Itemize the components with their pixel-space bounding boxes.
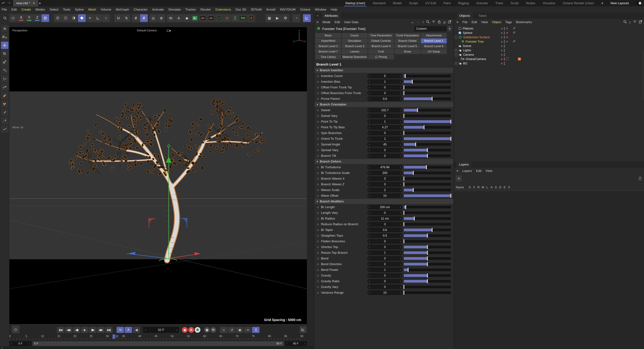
slider-handle[interactable] (412, 80, 413, 84)
param-spinner[interactable]: ‹2› (367, 188, 402, 192)
snap-magnet[interactable] (114, 14, 122, 22)
slider-handle[interactable] (405, 205, 406, 209)
slider-handle[interactable] (415, 142, 416, 146)
param-spinner[interactable]: ‹0› (367, 85, 402, 90)
attr-tab-tree-library[interactable]: Tree Library (315, 54, 341, 59)
menu-tools[interactable]: Tools (63, 8, 70, 12)
trash-icon[interactable] (638, 176, 643, 182)
param-slider[interactable] (404, 228, 451, 231)
layer-tag-icon[interactable] (513, 32, 516, 34)
mode-model[interactable] (54, 14, 62, 22)
no-draw-icon[interactable]: ⊘ (223, 14, 231, 22)
param-slider[interactable] (404, 137, 451, 140)
keyframe-dot-icon[interactable]: ◇ (316, 172, 320, 174)
param-spinner[interactable]: ‹1› (367, 79, 402, 84)
slider-handle[interactable] (404, 182, 404, 186)
slider-handle[interactable] (404, 222, 404, 226)
visibility-dots[interactable] (504, 40, 505, 43)
workplane-icon[interactable]: ◎ (150, 14, 157, 22)
lock-z-axis[interactable]: Z (33, 14, 41, 22)
up-icon[interactable]: ↑ (422, 20, 424, 24)
param-spinner[interactable]: ‹4.27› (367, 125, 402, 130)
objects-menu-icon[interactable]: ≡ (456, 20, 458, 24)
attr-tab-branch-global[interactable]: Branch Global (394, 38, 420, 43)
attr-tab-phong[interactable]: Phong (368, 54, 394, 59)
slider-handle[interactable] (404, 131, 404, 135)
param-spinner[interactable]: ‹0› (367, 273, 402, 278)
group-header-branch-modifiers[interactable]: ▼Branch Modifiers (314, 199, 453, 204)
slider-handle[interactable] (427, 262, 428, 266)
expand-toggle-icon[interactable]: + (454, 62, 457, 65)
mode-texture[interactable] (70, 14, 78, 22)
param-slider[interactable] (404, 268, 451, 271)
slider-handle[interactable] (427, 274, 428, 278)
move-tool[interactable] (1, 42, 8, 49)
keyframe-dot-icon[interactable]: ◇ (316, 92, 320, 94)
mode-object[interactable] (62, 14, 70, 22)
tab-objects[interactable]: Objects (456, 12, 472, 19)
sound-button[interactable]: ◀) (133, 327, 140, 333)
layers-menu-view[interactable]: View (486, 169, 492, 173)
objects-scrollbar[interactable] (642, 50, 644, 100)
slider-handle[interactable] (432, 97, 432, 101)
sort-az-icon[interactable]: A↓ (191, 14, 199, 22)
grid-toggle[interactable]: # (132, 14, 140, 22)
keyframe-dot-icon[interactable]: ◇ (316, 120, 320, 123)
object-row-octanecamera[interactable]: OctaneCamera◆ (454, 57, 644, 61)
keyframe-dot-icon[interactable]: ◇ (316, 257, 320, 260)
keyframe-dot-icon[interactable]: ◇ (316, 86, 320, 89)
slider-handle[interactable] (413, 188, 414, 192)
attr-tab-fruit[interactable]: Fruit (368, 49, 394, 54)
menu-daz-3d[interactable]: Daz 3D (236, 8, 246, 12)
param-spinner[interactable]: ‹0› (367, 222, 402, 226)
record-keyframe-button[interactable]: ◆ (182, 327, 188, 333)
visibility-dots[interactable] (504, 44, 505, 48)
keyframe-dot-icon[interactable]: ◇ (316, 183, 320, 186)
octane-camera-tag-icon[interactable] (518, 58, 521, 60)
octane-s-icon[interactable]: S (247, 14, 255, 22)
search-icon[interactable] (1, 14, 9, 22)
attr-tab-material-selections[interactable]: Material Selections (342, 54, 368, 59)
preset-dropdown[interactable]: Custom ▼ (414, 26, 447, 31)
attr-tab-branch-level-6[interactable]: Branch Level 6 (421, 44, 447, 49)
param-spinner[interactable]: ‹102.7› (367, 108, 402, 112)
current-frame-spinner[interactable]: ‹32 F› (143, 327, 179, 333)
range-start-spinner[interactable]: ‹0 F› (10, 341, 32, 346)
keyframe-dot-icon[interactable]: ◇ (316, 291, 320, 294)
keyframe-selection-button[interactable]: ◇ (220, 327, 227, 333)
fcurve-snap-button[interactable] (303, 14, 311, 22)
record-position-button[interactable]: ◍ (204, 327, 210, 333)
attributes-menu-edit[interactable]: Edit (334, 20, 340, 24)
param-spinner[interactable]: ‹0› (367, 114, 402, 118)
mode-uv[interactable] (102, 14, 110, 22)
popout-icon[interactable] (448, 20, 452, 24)
param-slider[interactable] (404, 183, 451, 186)
object-row-sphere[interactable]: Sphere◆✕ (454, 31, 644, 35)
undo-history-icon[interactable] (9, 14, 17, 22)
attr-tab-branch-level-3[interactable]: Branch Level 3 (342, 44, 368, 49)
param-spinner[interactable]: ‹0› (367, 284, 402, 289)
prev-key-button[interactable]: ◀◆ (65, 327, 72, 333)
home-icon[interactable]: ⌂ (629, 20, 631, 24)
visibility-diamond-icon[interactable]: ◆ (501, 49, 503, 52)
slider-handle[interactable] (427, 148, 428, 152)
menu-octane[interactable]: Octane (300, 8, 310, 12)
param-spinner[interactable]: ‹0› (367, 182, 402, 187)
visibility-dots[interactable] (504, 49, 505, 52)
visibility-dots[interactable] (504, 53, 505, 56)
line-cut-tool[interactable] (1, 117, 8, 124)
keyframe-dot-icon[interactable]: ◇ (316, 137, 320, 140)
keyframe-dot-icon[interactable]: ◇ (316, 251, 320, 254)
slider-handle[interactable] (450, 137, 451, 141)
param-spinner[interactable]: ‹10› (367, 193, 402, 198)
scribble-tool[interactable] (1, 126, 8, 133)
visibility-dots[interactable] (504, 58, 505, 60)
objects-menu-file[interactable]: File (462, 20, 468, 24)
layout-tab-rigging[interactable]: Rigging (458, 0, 469, 6)
layout-tab-animate[interactable]: Animate (476, 0, 488, 6)
slider-handle[interactable] (404, 176, 404, 180)
slider-handle[interactable] (432, 228, 432, 232)
layer-tag-icon[interactable] (513, 27, 516, 30)
attr-tab-branch-level-7[interactable]: Branch Level 7 (315, 49, 341, 54)
objects-menu-edit[interactable]: Edit (472, 20, 477, 24)
